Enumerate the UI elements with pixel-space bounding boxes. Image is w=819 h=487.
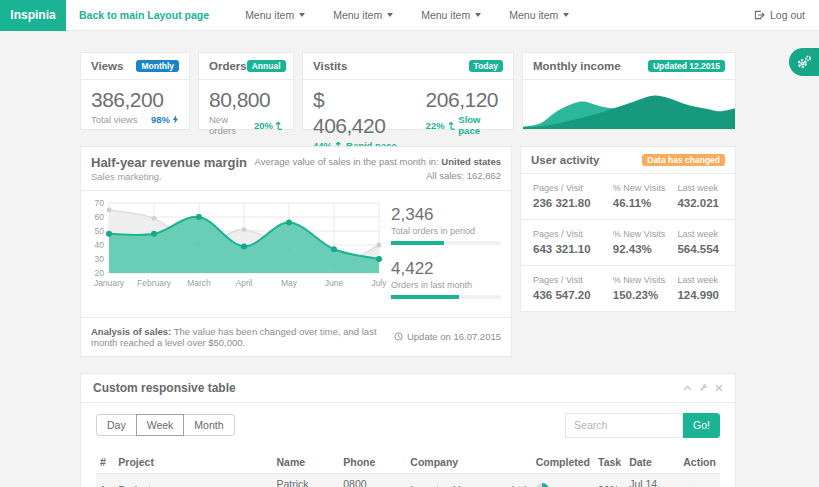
visits-card: Vistits Today $ 406,420 44% Rapid pace 2… bbox=[302, 52, 514, 130]
completed-pie-chart bbox=[536, 483, 549, 487]
wrench-icon bbox=[699, 383, 708, 392]
orders-period-value: 2,346 bbox=[391, 205, 501, 225]
menu-item-2[interactable]: Menu item bbox=[319, 9, 407, 21]
orders-card-title: Orders bbox=[209, 60, 247, 72]
svg-text:June: June bbox=[325, 278, 344, 288]
go-button[interactable]: Go! bbox=[683, 413, 720, 438]
menu-item-label: Menu item bbox=[245, 9, 294, 21]
monthly-badge: Monthly bbox=[136, 60, 179, 73]
views-value: 386,200 bbox=[91, 87, 179, 113]
views-delta: 98% bbox=[151, 114, 179, 125]
svg-text:April: April bbox=[235, 278, 252, 288]
table-panel-title: Custom responsive table bbox=[93, 381, 236, 395]
svg-text:January: January bbox=[94, 278, 125, 288]
user-activity-panel: User activity Data has changed Pages / V… bbox=[520, 146, 736, 357]
table-header-row: # Project Name Phone Company Completed T… bbox=[96, 451, 720, 474]
orders-card: Orders Annual 80,800 New orders 20% bbox=[198, 52, 294, 130]
search-input[interactable] bbox=[565, 413, 683, 438]
views-card: Views Monthly 386,200 Total views 98% bbox=[80, 52, 190, 130]
svg-text:60: 60 bbox=[95, 212, 105, 222]
back-to-layout-link[interactable]: Back to main Layout page bbox=[79, 9, 209, 21]
data-changed-badge: Data has changed bbox=[642, 154, 725, 167]
revenue-panel: Half-year revenue margin Sales marketing… bbox=[80, 146, 512, 357]
svg-text:50: 50 bbox=[95, 226, 105, 236]
table-row[interactable]: 1 Project This is example of project Pat… bbox=[96, 473, 720, 487]
settings-button[interactable] bbox=[699, 383, 708, 392]
update-date: Update on 16.07.2015 bbox=[394, 326, 501, 348]
visits-pace-2: Slow pace bbox=[458, 114, 503, 136]
chevron-down-icon bbox=[563, 13, 569, 17]
revenue-stats: 2,346 Total orders in period 4,422 Order… bbox=[391, 197, 501, 313]
svg-text:70: 70 bbox=[95, 198, 105, 208]
menu-item-label: Menu item bbox=[421, 9, 470, 21]
revenue-subtitle: Sales marketing. bbox=[91, 171, 247, 182]
updated-badge: Updated 12.2015 bbox=[648, 60, 725, 73]
stat-cards-row: Views Monthly 386,200 Total views 98% bbox=[80, 52, 736, 130]
svg-text:February: February bbox=[137, 278, 172, 288]
menu-item-1[interactable]: Menu item bbox=[231, 9, 319, 21]
menu-item-4[interactable]: Menu item bbox=[495, 9, 583, 21]
svg-text:40: 40 bbox=[95, 240, 105, 250]
views-card-title: Views bbox=[91, 60, 123, 72]
brand-logo[interactable]: Inspinia bbox=[0, 0, 66, 31]
user-activity-title: User activity bbox=[531, 154, 599, 166]
menu-item-label: Menu item bbox=[509, 9, 558, 21]
svg-text:July: July bbox=[371, 278, 387, 288]
orders-month-progressbar bbox=[391, 295, 501, 299]
income-card-title: Monthly income bbox=[533, 60, 621, 72]
custom-table-panel: Custom responsive table Day Week bbox=[80, 373, 736, 487]
orders-month-value: 4,422 bbox=[391, 259, 501, 279]
svg-text:30: 30 bbox=[95, 254, 105, 264]
gears-icon bbox=[796, 54, 812, 70]
activity-row: Pages / Visit643 321.10 % New Visits92.4… bbox=[521, 220, 735, 266]
week-button[interactable]: Week bbox=[136, 414, 185, 436]
chevron-down-icon bbox=[299, 13, 305, 17]
level-up-icon bbox=[275, 121, 283, 130]
orders-value: 80,800 bbox=[209, 87, 283, 113]
orders-month-label: Orders in last month bbox=[391, 280, 501, 290]
activity-row: Pages / Visit236 321.80 % New Visits46.1… bbox=[521, 174, 735, 220]
period-button-group: Day Week Month bbox=[96, 414, 235, 436]
chevron-up-icon bbox=[683, 385, 692, 391]
logout-button[interactable]: Log out bbox=[754, 9, 805, 21]
views-label: Total views bbox=[91, 114, 137, 125]
menu-item-3[interactable]: Menu item bbox=[407, 9, 495, 21]
svg-text:May: May bbox=[281, 278, 298, 288]
sign-out-icon bbox=[754, 10, 765, 20]
today-badge: Today bbox=[469, 60, 503, 73]
bolt-icon bbox=[172, 115, 179, 124]
visits-value-1: $ 406,420 bbox=[313, 87, 400, 139]
page-content: Views Monthly 386,200 Total views 98% bbox=[80, 52, 736, 487]
close-button[interactable] bbox=[715, 384, 723, 392]
projects-table: # Project Name Phone Company Completed T… bbox=[96, 451, 720, 487]
income-card: Monthly income Updated 12.2015 bbox=[522, 52, 736, 130]
orders-delta: 20% bbox=[254, 120, 283, 131]
svg-text:March: March bbox=[187, 278, 211, 288]
orders-period-label: Total orders in period bbox=[391, 226, 501, 236]
day-button[interactable]: Day bbox=[96, 414, 137, 436]
chevron-down-icon bbox=[387, 13, 393, 17]
activity-row: Pages / Visit436 547.20 % New Visits150.… bbox=[521, 266, 735, 311]
menu-item-label: Menu item bbox=[333, 9, 382, 21]
logout-label: Log out bbox=[770, 9, 805, 21]
annual-badge: Annual bbox=[247, 60, 286, 73]
close-icon bbox=[715, 384, 723, 392]
top-navbar: Inspinia Back to main Layout page Menu i… bbox=[0, 0, 819, 31]
visits-value-2: 206,120 bbox=[426, 87, 503, 113]
monthly-income-area-chart bbox=[523, 80, 735, 130]
orders-period-progressbar bbox=[391, 241, 501, 245]
orders-label: New orders bbox=[209, 114, 254, 136]
main-menu: Menu item Menu item Menu item Menu item bbox=[231, 9, 583, 21]
month-button[interactable]: Month bbox=[183, 414, 234, 436]
revenue-title: Half-year revenue margin bbox=[91, 155, 247, 170]
collapse-button[interactable] bbox=[683, 385, 692, 391]
clock-icon bbox=[394, 332, 403, 341]
visits-card-title: Vistits bbox=[313, 60, 347, 72]
revenue-summary: Average value of sales in the past month… bbox=[255, 155, 501, 184]
visits-delta-2: 22% bbox=[426, 120, 445, 131]
level-up-icon bbox=[448, 121, 456, 130]
chevron-down-icon bbox=[475, 13, 481, 17]
theme-config-button[interactable] bbox=[789, 48, 819, 76]
analysis-text: Analysis of sales: The value has been ch… bbox=[91, 326, 382, 348]
revenue-line-chart: 203040506070JanuaryFebruaryMarchAprilMay… bbox=[91, 197, 385, 295]
